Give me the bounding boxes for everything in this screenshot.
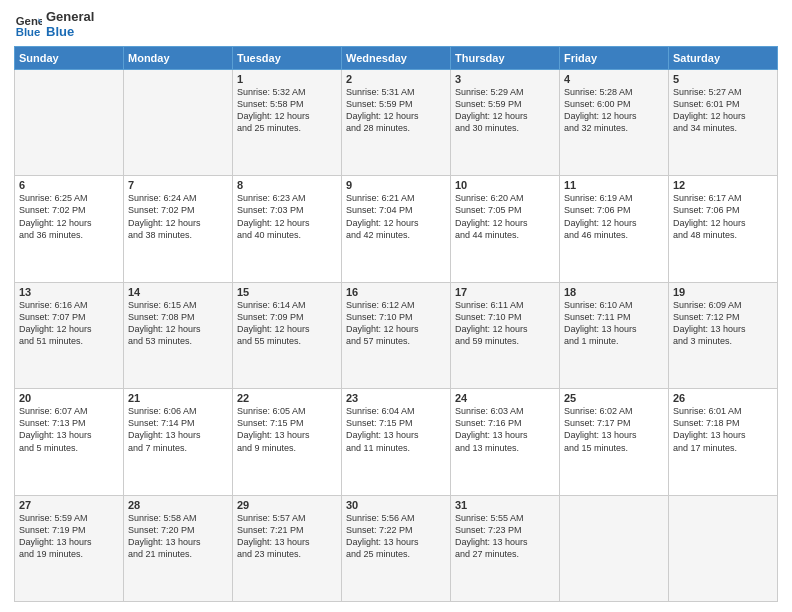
day-info: Sunrise: 5:58 AM Sunset: 7:20 PM Dayligh…	[128, 512, 228, 561]
day-number: 2	[346, 73, 446, 85]
logo-icon: General Blue	[14, 11, 42, 39]
weekday-header: Sunday	[15, 46, 124, 69]
day-info: Sunrise: 6:04 AM Sunset: 7:15 PM Dayligh…	[346, 405, 446, 454]
day-cell: 4Sunrise: 5:28 AM Sunset: 6:00 PM Daylig…	[560, 69, 669, 175]
day-cell: 18Sunrise: 6:10 AM Sunset: 7:11 PM Dayli…	[560, 282, 669, 388]
day-info: Sunrise: 6:15 AM Sunset: 7:08 PM Dayligh…	[128, 299, 228, 348]
weekday-header: Friday	[560, 46, 669, 69]
day-cell: 10Sunrise: 6:20 AM Sunset: 7:05 PM Dayli…	[451, 176, 560, 282]
day-cell: 16Sunrise: 6:12 AM Sunset: 7:10 PM Dayli…	[342, 282, 451, 388]
day-number: 3	[455, 73, 555, 85]
day-number: 18	[564, 286, 664, 298]
day-cell: 21Sunrise: 6:06 AM Sunset: 7:14 PM Dayli…	[124, 389, 233, 495]
day-cell: 7Sunrise: 6:24 AM Sunset: 7:02 PM Daylig…	[124, 176, 233, 282]
day-number: 25	[564, 392, 664, 404]
day-info: Sunrise: 6:23 AM Sunset: 7:03 PM Dayligh…	[237, 192, 337, 241]
day-cell: 8Sunrise: 6:23 AM Sunset: 7:03 PM Daylig…	[233, 176, 342, 282]
day-info: Sunrise: 5:56 AM Sunset: 7:22 PM Dayligh…	[346, 512, 446, 561]
day-cell: 23Sunrise: 6:04 AM Sunset: 7:15 PM Dayli…	[342, 389, 451, 495]
day-info: Sunrise: 6:12 AM Sunset: 7:10 PM Dayligh…	[346, 299, 446, 348]
weekday-header: Saturday	[669, 46, 778, 69]
day-info: Sunrise: 6:06 AM Sunset: 7:14 PM Dayligh…	[128, 405, 228, 454]
day-info: Sunrise: 6:19 AM Sunset: 7:06 PM Dayligh…	[564, 192, 664, 241]
day-cell: 15Sunrise: 6:14 AM Sunset: 7:09 PM Dayli…	[233, 282, 342, 388]
day-cell	[560, 495, 669, 601]
day-number: 26	[673, 392, 773, 404]
day-cell	[124, 69, 233, 175]
day-cell: 2Sunrise: 5:31 AM Sunset: 5:59 PM Daylig…	[342, 69, 451, 175]
logo-text: General	[46, 10, 94, 25]
weekday-header: Wednesday	[342, 46, 451, 69]
day-cell: 13Sunrise: 6:16 AM Sunset: 7:07 PM Dayli…	[15, 282, 124, 388]
day-cell: 5Sunrise: 5:27 AM Sunset: 6:01 PM Daylig…	[669, 69, 778, 175]
day-info: Sunrise: 6:05 AM Sunset: 7:15 PM Dayligh…	[237, 405, 337, 454]
logo-text2: Blue	[46, 25, 94, 40]
day-info: Sunrise: 6:02 AM Sunset: 7:17 PM Dayligh…	[564, 405, 664, 454]
day-info: Sunrise: 6:25 AM Sunset: 7:02 PM Dayligh…	[19, 192, 119, 241]
day-number: 17	[455, 286, 555, 298]
day-number: 28	[128, 499, 228, 511]
day-cell: 27Sunrise: 5:59 AM Sunset: 7:19 PM Dayli…	[15, 495, 124, 601]
day-info: Sunrise: 6:01 AM Sunset: 7:18 PM Dayligh…	[673, 405, 773, 454]
day-info: Sunrise: 5:57 AM Sunset: 7:21 PM Dayligh…	[237, 512, 337, 561]
day-info: Sunrise: 6:11 AM Sunset: 7:10 PM Dayligh…	[455, 299, 555, 348]
day-info: Sunrise: 6:07 AM Sunset: 7:13 PM Dayligh…	[19, 405, 119, 454]
weekday-header: Tuesday	[233, 46, 342, 69]
day-cell: 19Sunrise: 6:09 AM Sunset: 7:12 PM Dayli…	[669, 282, 778, 388]
header: General Blue General Blue	[14, 10, 778, 40]
day-info: Sunrise: 6:17 AM Sunset: 7:06 PM Dayligh…	[673, 192, 773, 241]
header-row: SundayMondayTuesdayWednesdayThursdayFrid…	[15, 46, 778, 69]
day-cell: 12Sunrise: 6:17 AM Sunset: 7:06 PM Dayli…	[669, 176, 778, 282]
day-number: 30	[346, 499, 446, 511]
day-info: Sunrise: 5:55 AM Sunset: 7:23 PM Dayligh…	[455, 512, 555, 561]
day-number: 1	[237, 73, 337, 85]
day-number: 19	[673, 286, 773, 298]
day-number: 5	[673, 73, 773, 85]
day-info: Sunrise: 5:32 AM Sunset: 5:58 PM Dayligh…	[237, 86, 337, 135]
day-info: Sunrise: 6:21 AM Sunset: 7:04 PM Dayligh…	[346, 192, 446, 241]
day-info: Sunrise: 5:59 AM Sunset: 7:19 PM Dayligh…	[19, 512, 119, 561]
day-number: 23	[346, 392, 446, 404]
day-cell: 29Sunrise: 5:57 AM Sunset: 7:21 PM Dayli…	[233, 495, 342, 601]
day-info: Sunrise: 6:09 AM Sunset: 7:12 PM Dayligh…	[673, 299, 773, 348]
day-number: 29	[237, 499, 337, 511]
day-number: 14	[128, 286, 228, 298]
day-number: 24	[455, 392, 555, 404]
day-info: Sunrise: 6:03 AM Sunset: 7:16 PM Dayligh…	[455, 405, 555, 454]
day-cell: 1Sunrise: 5:32 AM Sunset: 5:58 PM Daylig…	[233, 69, 342, 175]
day-info: Sunrise: 6:24 AM Sunset: 7:02 PM Dayligh…	[128, 192, 228, 241]
day-number: 12	[673, 179, 773, 191]
day-cell: 24Sunrise: 6:03 AM Sunset: 7:16 PM Dayli…	[451, 389, 560, 495]
day-info: Sunrise: 6:14 AM Sunset: 7:09 PM Dayligh…	[237, 299, 337, 348]
weekday-header: Thursday	[451, 46, 560, 69]
day-number: 20	[19, 392, 119, 404]
week-row: 20Sunrise: 6:07 AM Sunset: 7:13 PM Dayli…	[15, 389, 778, 495]
day-info: Sunrise: 5:29 AM Sunset: 5:59 PM Dayligh…	[455, 86, 555, 135]
day-number: 6	[19, 179, 119, 191]
day-number: 4	[564, 73, 664, 85]
day-info: Sunrise: 5:28 AM Sunset: 6:00 PM Dayligh…	[564, 86, 664, 135]
day-cell: 31Sunrise: 5:55 AM Sunset: 7:23 PM Dayli…	[451, 495, 560, 601]
day-number: 21	[128, 392, 228, 404]
day-number: 8	[237, 179, 337, 191]
logo: General Blue General Blue	[14, 10, 94, 40]
day-number: 7	[128, 179, 228, 191]
day-number: 15	[237, 286, 337, 298]
day-info: Sunrise: 6:16 AM Sunset: 7:07 PM Dayligh…	[19, 299, 119, 348]
day-cell	[15, 69, 124, 175]
week-row: 6Sunrise: 6:25 AM Sunset: 7:02 PM Daylig…	[15, 176, 778, 282]
day-cell: 22Sunrise: 6:05 AM Sunset: 7:15 PM Dayli…	[233, 389, 342, 495]
weekday-header: Monday	[124, 46, 233, 69]
day-cell: 25Sunrise: 6:02 AM Sunset: 7:17 PM Dayli…	[560, 389, 669, 495]
day-number: 11	[564, 179, 664, 191]
day-cell: 11Sunrise: 6:19 AM Sunset: 7:06 PM Dayli…	[560, 176, 669, 282]
day-cell: 14Sunrise: 6:15 AM Sunset: 7:08 PM Dayli…	[124, 282, 233, 388]
calendar-table: SundayMondayTuesdayWednesdayThursdayFrid…	[14, 46, 778, 602]
week-row: 27Sunrise: 5:59 AM Sunset: 7:19 PM Dayli…	[15, 495, 778, 601]
day-number: 9	[346, 179, 446, 191]
day-cell: 26Sunrise: 6:01 AM Sunset: 7:18 PM Dayli…	[669, 389, 778, 495]
day-info: Sunrise: 5:31 AM Sunset: 5:59 PM Dayligh…	[346, 86, 446, 135]
day-info: Sunrise: 6:10 AM Sunset: 7:11 PM Dayligh…	[564, 299, 664, 348]
day-number: 31	[455, 499, 555, 511]
day-info: Sunrise: 5:27 AM Sunset: 6:01 PM Dayligh…	[673, 86, 773, 135]
